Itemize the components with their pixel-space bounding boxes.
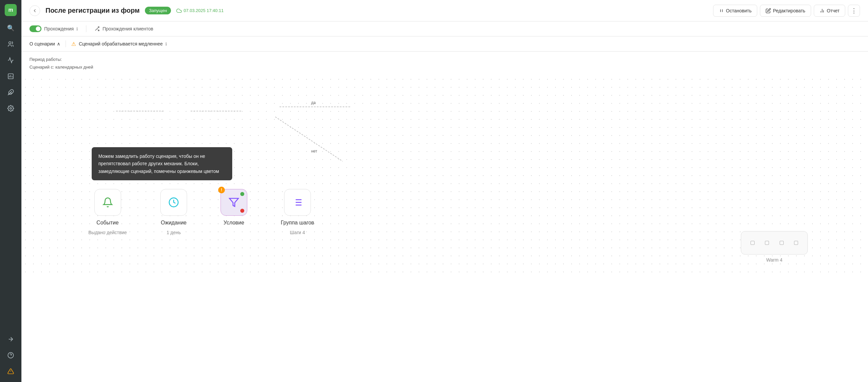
node-condition[interactable]: ! Условие [220,189,247,226]
chevron-up-icon: ∧ [57,41,60,46]
condition-dot-green [240,192,244,196]
scenario-area: О сценарии ∧ ⚠ Сценарий обрабатывается м… [22,36,868,382]
info-divider [66,40,66,47]
canvas: да нет Можем замедлить работу сценария, … [22,75,868,276]
warning-notice: ⚠ Сценарий обрабатывается медленнее ℹ [71,41,167,47]
info-circle-icon: ℹ [165,41,167,46]
sidebar-item-analytics[interactable] [4,70,18,83]
sidebar-item-arrow[interactable] [4,332,18,346]
sidebar-item-alert[interactable] [4,364,18,378]
cloud-datetime: 07.03.2025 17:40:11 [184,8,223,13]
sidebar: m 🔍 [0,0,22,382]
info-icon: ℹ [76,26,78,31]
tab-client-passes[interactable]: Прохождения клиентов [94,26,153,31]
sidebar-item-search[interactable]: 🔍 [4,22,18,35]
condition-node-box[interactable]: ! [220,189,247,216]
event-node-box[interactable] [94,189,121,216]
main-content: После регистрации из форм Запущен 07.03.… [22,0,868,382]
tab-divider [86,25,86,32]
stop-button[interactable]: Остановить [713,5,757,17]
flow-nodes: Событие Выдано действие Ожидание 1 день … [88,189,314,235]
logo[interactable]: m [5,4,17,16]
node-group-steps[interactable]: Группа шагов Шаги 4 [281,189,314,235]
tooltip: Можем замедлить работу сценария, чтобы о… [92,147,232,180]
group-steps-sublabel: Шаги 4 [290,230,305,235]
cloud-info: 07.03.2025 17:40:11 [176,8,223,13]
group-steps-label: Группа шагов [281,220,314,226]
warning-triangle-icon: ⚠ [71,41,76,47]
scenario-about[interactable]: О сценарии ∧ [29,41,60,46]
warm4-label: Warm 4 [766,257,782,263]
scenario-info-bar: О сценарии ∧ ⚠ Сценарий обрабатывается м… [22,36,868,52]
wait-label: Ожидание [161,220,187,226]
page-title: После регистрации из форм [45,7,140,14]
sidebar-item-help[interactable] [4,349,18,362]
header: После регистрации из форм Запущен 07.03.… [22,0,868,22]
mini-square-1 [750,241,754,245]
mini-square-3 [780,241,784,245]
report-button[interactable]: Отчет [814,5,845,17]
tab-toggle[interactable] [29,25,41,32]
svg-marker-24 [229,198,239,206]
condition-label: Условие [223,220,244,226]
event-sublabel: Выдано действие [88,230,127,235]
mini-square-2 [765,241,769,245]
sidebar-item-settings[interactable] [4,102,18,115]
header-actions: Остановить Редактировать Отчет ⋮ [713,5,860,17]
condition-dot-red [240,209,244,213]
wait-sublabel: 1 день [167,230,181,235]
more-button[interactable]: ⋮ [848,5,860,17]
svg-point-4 [10,108,12,109]
group-steps-node-box[interactable] [284,189,311,216]
svg-text:да: да [311,100,316,105]
svg-line-20 [275,117,343,161]
sidebar-item-integrations[interactable] [4,86,18,99]
node-wait[interactable]: Ожидание 1 день [160,189,187,235]
sidebar-item-users[interactable] [4,37,18,51]
tab-passes[interactable]: Прохождения ℹ [29,25,78,32]
svg-point-0 [9,42,11,44]
scenario-details: Период работы: Сценарий с: календарных д… [22,52,868,75]
warm4-node: Warm 4 [741,231,808,263]
sidebar-item-campaigns[interactable] [4,54,18,67]
back-button[interactable] [29,5,40,16]
status-badge: Запущен [145,7,171,14]
mini-square-4 [794,241,798,245]
wait-node-box[interactable] [160,189,187,216]
event-label: Событие [96,220,119,226]
svg-text:нет: нет [311,149,317,154]
condition-warning: ! [218,187,225,193]
edit-button[interactable]: Редактировать [760,5,811,17]
tabs-bar: Прохождения ℹ Прохождения клиентов [22,22,868,36]
node-event[interactable]: Событие Выдано действие [88,189,127,235]
